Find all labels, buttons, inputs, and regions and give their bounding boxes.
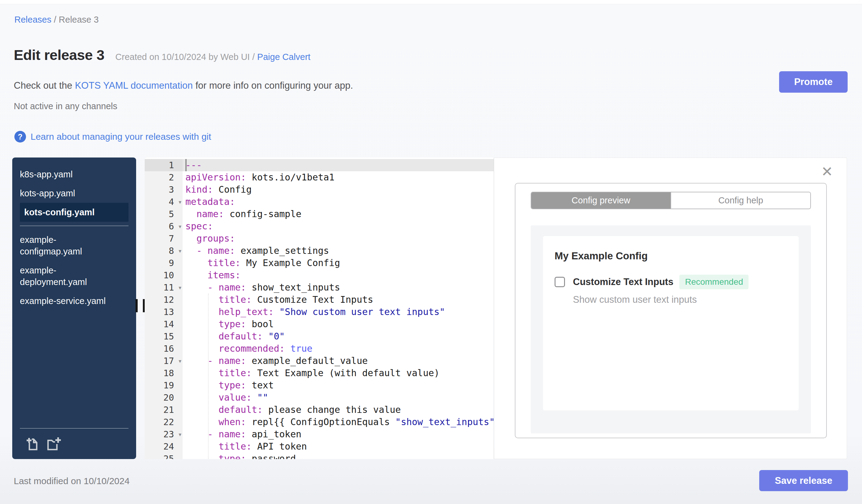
line-number[interactable]: 19	[145, 379, 183, 392]
yaml-editor[interactable]: 1---2apiVersion: kots.io/v1beta13kind: C…	[145, 158, 494, 459]
line-number[interactable]: 15	[145, 330, 183, 343]
sidebar-actions	[20, 433, 129, 452]
config-item-help: Show custom user text inputs	[554, 294, 789, 305]
code-line: 2apiVersion: kots.io/v1beta1	[145, 171, 494, 184]
line-number[interactable]: 12	[145, 294, 183, 306]
tab-config-preview[interactable]: Config preview	[531, 193, 670, 209]
fold-arrow-icon[interactable]: ▼	[179, 196, 181, 208]
title-row: Edit release 3 Created on 10/10/2024 by …	[14, 47, 311, 63]
new-folder-icon[interactable]	[45, 436, 62, 452]
code-line: 23▼ - name: api_token	[145, 428, 494, 440]
code-text: kind: Config	[183, 184, 252, 196]
channel-status: Not active in any channels	[14, 101, 117, 111]
created-author-link[interactable]: Paige Calvert	[257, 52, 311, 62]
code-text: title: API token	[183, 440, 307, 453]
line-number[interactable]: 18	[145, 367, 183, 379]
code-line: 8▼ - name: example_settings	[145, 245, 494, 257]
code-line: 13 help_text: "Show custom user text inp…	[145, 306, 494, 318]
code-text: - name: example_default_value	[183, 355, 368, 367]
code-line: 14 type: bool	[145, 318, 494, 330]
code-text: recommended: true	[183, 343, 312, 355]
code-line: 5 name: config-sample	[145, 208, 494, 220]
line-number[interactable]: 21	[145, 404, 183, 416]
line-number[interactable]: 25	[145, 453, 183, 459]
fold-arrow-icon[interactable]: ▼	[179, 245, 181, 257]
line-number[interactable]: 1	[145, 159, 183, 171]
code-text: apiVersion: kots.io/v1beta1	[183, 171, 335, 184]
code-text: type: bool	[183, 318, 274, 330]
line-number[interactable]: 23▼	[145, 428, 183, 440]
code-line: 10 items:	[145, 269, 494, 281]
preview-tabs: Config previewConfig help	[531, 192, 811, 209]
edit-release-page: Releases / Release 3 Edit release 3 Crea…	[0, 0, 862, 504]
sidebar-item-file[interactable]: example-configmap.yaml	[20, 230, 115, 261]
line-number[interactable]: 7	[145, 233, 183, 245]
close-icon[interactable]: ✕	[821, 164, 833, 178]
sidebar-item-file[interactable]: kots-config.yaml	[20, 203, 129, 222]
last-modified-text: Last modified on 10/10/2024	[14, 476, 130, 486]
line-number[interactable]: 9	[145, 257, 183, 269]
fold-arrow-icon[interactable]: ▼	[179, 282, 181, 294]
fold-arrow-icon[interactable]: ▼	[179, 221, 181, 233]
customize-text-inputs-checkbox[interactable]	[554, 277, 565, 287]
line-number[interactable]: 8▼	[145, 245, 183, 257]
page-title: Edit release 3	[14, 47, 104, 63]
code-line: 21 default: please change this value	[145, 404, 494, 416]
code-line: 20 value: ""	[145, 392, 494, 404]
line-number[interactable]: 11▼	[145, 281, 183, 294]
code-text: spec:	[183, 220, 213, 233]
code-line: 15 default: "0"	[145, 330, 494, 343]
code-text: type: text	[183, 379, 274, 392]
sidebar-item-file[interactable]: example-service.yaml	[20, 291, 115, 310]
doc-hint-suffix: for more info on configuring your app.	[193, 80, 353, 91]
config-item-label: Customize Text Inputs	[573, 277, 673, 288]
doc-hint-line: Check out the KOTS YAML documentation fo…	[14, 80, 353, 91]
fold-arrow-icon[interactable]: ▼	[179, 355, 181, 367]
code-line: 11▼ - name: show_text_inputs	[145, 281, 494, 294]
breadcrumb-releases-link[interactable]: Releases	[14, 15, 51, 25]
indent-guide	[208, 294, 209, 459]
save-release-button[interactable]: Save release	[759, 470, 848, 491]
line-number[interactable]: 3	[145, 184, 183, 196]
code-text: - name: show_text_inputs	[183, 281, 340, 294]
new-file-icon[interactable]	[25, 436, 39, 452]
question-circle-icon[interactable]: ?	[14, 131, 26, 143]
line-number[interactable]: 4▼	[145, 196, 183, 208]
sidebar-editor-resize-handle[interactable]	[135, 299, 145, 312]
code-line: 12 title: Customize Text Inputs	[145, 294, 494, 306]
code-line: 17▼ - name: example_default_value	[145, 355, 494, 367]
code-text: title: My Example Config	[183, 257, 340, 269]
line-number[interactable]: 22	[145, 416, 183, 428]
sidebar-item-file[interactable]: example-deployment.yaml	[20, 261, 115, 291]
top-window-strip	[0, 0, 862, 4]
line-number[interactable]: 10	[145, 269, 183, 281]
line-number[interactable]: 6▼	[145, 220, 183, 233]
line-number[interactable]: 13	[145, 306, 183, 318]
line-number[interactable]: 5	[145, 208, 183, 220]
breadcrumb: Releases / Release 3	[14, 15, 99, 25]
sidebar-item-file[interactable]: k8s-app.yaml	[20, 165, 115, 184]
line-number[interactable]: 24	[145, 440, 183, 453]
code-text: value: ""	[183, 392, 268, 404]
code-text: default: please change this value	[183, 404, 401, 416]
config-group-title: My Example Config	[554, 250, 789, 262]
line-number[interactable]: 2	[145, 171, 183, 184]
git-releases-link[interactable]: Learn about managing your releases with …	[30, 132, 211, 142]
preview-viewport: My Example Config Customize Text Inputs …	[531, 225, 811, 433]
code-line: 18 title: Text Example (with default val…	[145, 367, 494, 379]
kots-yaml-doc-link[interactable]: KOTS YAML documentation	[75, 80, 193, 91]
promote-button[interactable]: Promote	[779, 71, 848, 93]
code-text: help_text: "Show custom user text inputs…	[183, 306, 445, 318]
code-line: 4▼metadata:	[145, 196, 494, 208]
code-line: 1---	[145, 159, 494, 171]
line-number[interactable]: 17▼	[145, 355, 183, 367]
line-number[interactable]: 16	[145, 343, 183, 355]
line-number[interactable]: 20	[145, 392, 183, 404]
code-line: 24 title: API token	[145, 440, 494, 453]
tab-config-help[interactable]: Config help	[670, 193, 810, 209]
sidebar-item-file[interactable]: kots-app.yaml	[20, 184, 115, 203]
line-number[interactable]: 14	[145, 318, 183, 330]
fold-arrow-icon[interactable]: ▼	[179, 428, 181, 441]
code-line: 22 when: repl{{ ConfigOptionEquals "show…	[145, 416, 494, 428]
file-sidebar: k8s-app.yamlkots-app.yamlkots-config.yam…	[12, 158, 136, 459]
